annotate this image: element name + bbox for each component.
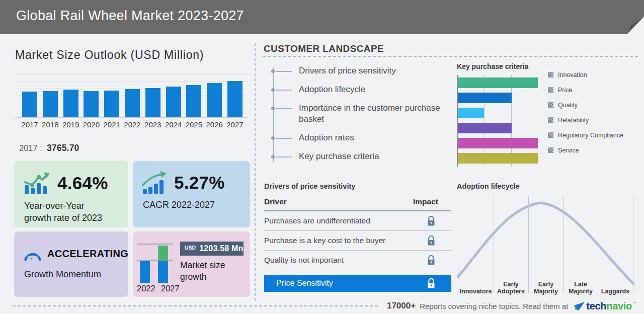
cagr-card: 5.27% CAGR 2022-2027: [133, 161, 250, 227]
growth-amount-badge: USD 1203.58 Mn: [180, 242, 244, 256]
driver-row-1: Purchases are undifferentiated: [264, 211, 451, 231]
topic-label: Drivers of price sensitivity: [299, 66, 396, 75]
market-growth-label: Market size growth: [180, 260, 225, 283]
legend-item: Regulatory Compliance: [548, 130, 623, 140]
legend-hatch-swatch: [548, 117, 553, 123]
speedometer-icon: [23, 244, 42, 264]
market-growth-card: 2022 2027 USD 1203.58 Mn Market size gro…: [133, 231, 250, 297]
adoption-lifecycle-block: Adoption lifecycle InnovatorsEarlyAdopte…: [457, 182, 636, 296]
market-size-chart: [15, 74, 248, 118]
x-label-2025: 2025: [184, 120, 204, 129]
momentum-value: ACCELERATING: [47, 248, 128, 260]
lock-icon: [427, 278, 435, 289]
criteria-bar-service: [458, 153, 538, 164]
adoption-lifecycle-chart: InnovatorsEarlyAdoptersEarlyMajorityLate…: [457, 196, 636, 296]
legend-hatch-swatch: [548, 102, 553, 108]
page-title: Global Rail Wheel Market 2023-2027: [0, 0, 644, 24]
momentum-label: Growth Momentum: [14, 264, 128, 280]
criteria-bar-regulatory-compliance: [458, 138, 538, 148]
legend-hatch-swatch: [548, 72, 553, 77]
market-bar-2022: [125, 89, 140, 117]
yoy-label-line1: Year-over-Year: [24, 201, 85, 211]
x-label-2023: 2023: [143, 120, 163, 129]
cagr-value: 5.27%: [174, 173, 225, 193]
brand-navio: navio: [606, 300, 632, 312]
topic-label: Adoption lifecycle: [299, 85, 365, 94]
trademark: ™: [632, 301, 636, 305]
momentum-card: ACCELERATING Growth Momentum: [14, 231, 128, 297]
customer-landscape-title: CUSTOMER LANDSCAPE: [264, 43, 639, 54]
growth-label-line2: growth: [180, 272, 207, 282]
market-x-labels: 2017201820192020202120222023202420252026…: [15, 120, 248, 129]
stage-label-laggards: Laggards: [598, 288, 633, 295]
stage-label-innovators: Innovators: [458, 288, 494, 295]
legend-item: Service: [548, 145, 623, 155]
x-label-2024: 2024: [164, 120, 184, 129]
landscape-topic-5: Key purchase criteria: [273, 151, 441, 162]
market-bar-2020: [84, 91, 99, 117]
bullet-dot: [271, 136, 275, 140]
bullet-connector: [276, 108, 292, 109]
x-label-2027: 2027: [225, 120, 245, 129]
mini-year-labels: 2022 2027: [137, 284, 192, 293]
x-label-2022: 2022: [122, 120, 142, 129]
legend-hatch-swatch: [548, 132, 553, 138]
landscape-topic-1: Drivers of price sensitivity: [273, 65, 441, 76]
price-sensitivity-block: Drivers of price sensitivity Driver Impa…: [264, 182, 451, 292]
legend-label: Regulatory Compliance: [558, 132, 623, 139]
price-sensitivity-title: Drivers of price sensitivity: [264, 182, 451, 190]
landscape-topic-4: Adoption rates: [273, 132, 441, 143]
brand-tech: tech: [586, 300, 606, 312]
lock-icon: [427, 255, 435, 266]
driver-row-2: Purchase is a key cost to the buyer: [264, 231, 451, 251]
legend-item: Innovation: [548, 69, 623, 80]
technavio-logo[interactable]: tech navio ™: [574, 300, 636, 312]
column-divider: [255, 43, 256, 301]
bullet-connector: [276, 90, 292, 91]
lifecycle-gridline-6: [633, 196, 633, 293]
driver-label: Quality is not important: [264, 256, 344, 265]
key-purchase-criteria-chart: [457, 75, 538, 167]
legend-item: Price: [548, 85, 623, 95]
stage-label-early-majority: EarlyMajority: [528, 281, 564, 295]
base-year-value: 3765.70: [47, 143, 79, 153]
legend-label: Quality: [558, 102, 578, 109]
criteria-bar-quality: [458, 108, 484, 118]
criteria-bar-price: [458, 93, 512, 103]
market-bar-2026: [207, 83, 222, 117]
bullet-connector: [276, 71, 292, 72]
mini-bar-2027-base: [158, 261, 168, 283]
bullet-connector: [276, 138, 292, 139]
table-rows: Purchases are undifferentiatedPurchase i…: [264, 211, 451, 270]
market-bars: [22, 75, 243, 117]
adoption-lifecycle-title: Adoption lifecycle: [457, 182, 636, 190]
topic-label: Key purchase criteria: [299, 151, 379, 161]
mini-year-2022: 2022: [137, 284, 155, 293]
topics-ul: Drivers of price sensitivityAdoption lif…: [273, 65, 441, 162]
growth-mini-chart: [137, 244, 173, 283]
growth-amount: 1203.58 Mn: [199, 244, 243, 253]
header-bar: Global Rail Wheel Market 2023-2027: [0, 0, 644, 34]
legend-hatch-swatch: [548, 87, 553, 93]
lifecycle-gridline-5: [598, 196, 598, 293]
impact-lock: [427, 255, 451, 266]
x-label-2019: 2019: [61, 120, 81, 129]
yoy-growth-value: 4.64%: [57, 173, 108, 193]
x-label-2026: 2026: [204, 120, 224, 129]
topic-label: Importance in the customer purchase bask…: [299, 103, 440, 124]
cagr-label: CAGR 2022-2027: [133, 194, 250, 211]
column-driver: Driver: [264, 197, 287, 206]
key-purchase-criteria-legend: InnovationPriceQualityRelatabilityRegula…: [548, 69, 623, 160]
x-label-2018: 2018: [40, 120, 60, 129]
lifecycle-gridline-1: [458, 196, 458, 293]
mini-bar-2022: [140, 261, 150, 283]
market-bar-2017: [22, 92, 37, 117]
landscape-topics-list: Drivers of price sensitivityAdoption lif…: [273, 65, 441, 170]
bullet-dot: [271, 69, 275, 73]
bullet-connector: [276, 156, 292, 158]
bullet-dot: [271, 107, 275, 110]
market-bar-2019: [63, 90, 78, 117]
title-divider: [263, 56, 638, 57]
driver-label: Purchases are undifferentiated: [264, 216, 370, 225]
impact-lock: [427, 236, 451, 246]
